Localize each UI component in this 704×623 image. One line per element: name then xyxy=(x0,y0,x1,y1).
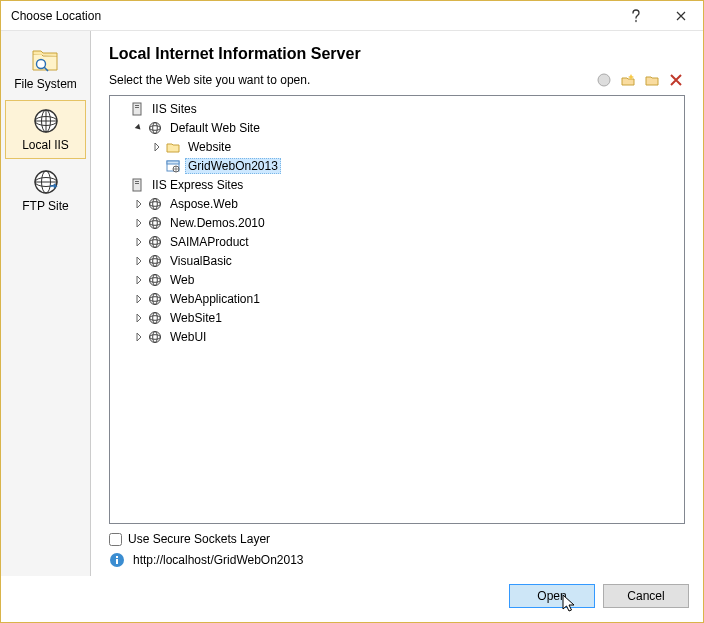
globe-icon xyxy=(147,310,163,326)
svg-point-26 xyxy=(150,236,161,247)
globe-icon xyxy=(147,329,163,345)
tree-node-label: WebUI xyxy=(167,329,209,345)
svg-point-7 xyxy=(598,74,610,86)
globe-icon xyxy=(147,215,163,231)
app-icon xyxy=(165,158,181,174)
close-button[interactable] xyxy=(658,1,703,31)
expander-icon[interactable] xyxy=(114,178,128,192)
tree-node-label: Default Web Site xyxy=(167,120,263,136)
help-icon xyxy=(631,9,641,23)
globe-icon xyxy=(147,291,163,307)
globe-icon xyxy=(147,272,163,288)
dialog-buttons: Open Cancel xyxy=(1,576,703,622)
svg-point-11 xyxy=(150,122,161,133)
sidebar-item-file-system[interactable]: File System xyxy=(5,39,86,98)
tree-node[interactable]: Aspose.Web xyxy=(110,194,684,213)
globe-icon xyxy=(147,234,163,250)
globe-big-icon xyxy=(32,107,60,135)
main-panel: Local Internet Information Server Select… xyxy=(91,31,703,576)
svg-rect-19 xyxy=(135,183,139,184)
delete-icon[interactable] xyxy=(667,71,685,89)
expander-icon[interactable] xyxy=(132,254,146,268)
tree-node[interactable]: IIS Express Sites xyxy=(110,175,684,194)
svg-point-35 xyxy=(150,293,161,304)
sidebar-item-label: Local IIS xyxy=(22,138,69,152)
expander-icon[interactable] xyxy=(114,102,128,116)
svg-point-29 xyxy=(150,255,161,266)
tree-node-label: WebSite1 xyxy=(167,310,225,326)
tree-node-label: GridWebOn2013 xyxy=(185,158,281,174)
tree-node[interactable]: SAIMAProduct xyxy=(110,232,684,251)
sidebar-item-label: File System xyxy=(14,77,77,91)
expander-icon[interactable] xyxy=(132,197,146,211)
ssl-checkbox[interactable] xyxy=(109,533,122,546)
tree-node-label: IIS Express Sites xyxy=(149,177,246,193)
svg-rect-17 xyxy=(133,179,141,191)
tree-node-label: Web xyxy=(167,272,197,288)
svg-point-20 xyxy=(150,198,161,209)
titlebar: Choose Location xyxy=(1,1,703,31)
svg-rect-10 xyxy=(135,107,139,108)
server-icon xyxy=(129,101,145,117)
svg-point-32 xyxy=(150,274,161,285)
page-title: Local Internet Information Server xyxy=(109,45,685,63)
folder-search-icon xyxy=(30,46,62,74)
sidebar-item-label: FTP Site xyxy=(22,199,68,213)
url-text: http://localhost/GridWebOn2013 xyxy=(133,553,304,567)
tree-node[interactable]: Website xyxy=(110,137,684,156)
tree-node[interactable]: WebSite1 xyxy=(110,308,684,327)
expander-icon[interactable] xyxy=(132,216,146,230)
toolbar xyxy=(595,71,685,89)
tree-node[interactable]: IIS Sites xyxy=(110,99,684,118)
new-web-app-icon[interactable] xyxy=(595,71,613,89)
tree-node[interactable]: Web xyxy=(110,270,684,289)
url-row: http://localhost/GridWebOn2013 xyxy=(109,552,685,568)
open-folder-icon[interactable] xyxy=(643,71,661,89)
tree-node-label: Website xyxy=(185,139,234,155)
tree-node[interactable]: Default Web Site xyxy=(110,118,684,137)
svg-rect-45 xyxy=(116,559,118,564)
sidebar: File System Local IIS FTP Site xyxy=(1,31,91,576)
svg-rect-8 xyxy=(133,103,141,115)
sidebar-item-local-iis[interactable]: Local IIS xyxy=(5,100,86,159)
globe-icon xyxy=(147,196,163,212)
tree-node-label: VisualBasic xyxy=(167,253,235,269)
expander-icon[interactable] xyxy=(132,330,146,344)
tree-node[interactable]: New.Demos.2010 xyxy=(110,213,684,232)
close-icon xyxy=(676,11,686,21)
svg-rect-15 xyxy=(167,161,179,164)
globe-icon xyxy=(147,253,163,269)
ssl-checkbox-row[interactable]: Use Secure Sockets Layer xyxy=(109,532,685,546)
help-button[interactable] xyxy=(613,1,658,31)
expander-icon[interactable] xyxy=(150,159,164,173)
svg-point-38 xyxy=(150,312,161,323)
ssl-label: Use Secure Sockets Layer xyxy=(128,532,270,546)
globe-icon xyxy=(147,120,163,136)
tree-node-label: IIS Sites xyxy=(149,101,200,117)
folder-icon xyxy=(165,139,181,155)
expander-icon[interactable] xyxy=(132,273,146,287)
new-virtual-dir-icon[interactable] xyxy=(619,71,637,89)
tree-node[interactable]: WebApplication1 xyxy=(110,289,684,308)
tree-node[interactable]: WebUI xyxy=(110,327,684,346)
expander-icon[interactable] xyxy=(150,140,164,154)
tree-node-label: SAIMAProduct xyxy=(167,234,252,250)
tree-node[interactable]: VisualBasic xyxy=(110,251,684,270)
sidebar-item-ftp-site[interactable]: FTP Site xyxy=(5,161,86,220)
expander-icon[interactable] xyxy=(132,235,146,249)
svg-rect-9 xyxy=(135,105,139,106)
tree-node-label: New.Demos.2010 xyxy=(167,215,268,231)
tree-node-label: WebApplication1 xyxy=(167,291,263,307)
tree-node-label: Aspose.Web xyxy=(167,196,241,212)
site-tree[interactable]: IIS SitesDefault Web SiteWebsiteGridWebO… xyxy=(109,95,685,524)
expander-icon[interactable] xyxy=(132,121,146,135)
svg-point-23 xyxy=(150,217,161,228)
tree-node[interactable]: GridWebOn2013 xyxy=(110,156,684,175)
page-subtitle: Select the Web site you want to open. xyxy=(109,73,595,87)
expander-icon[interactable] xyxy=(132,311,146,325)
cancel-button[interactable]: Cancel xyxy=(603,584,689,608)
expander-icon[interactable] xyxy=(132,292,146,306)
open-button[interactable]: Open xyxy=(509,584,595,608)
globe-ftp-icon xyxy=(32,168,60,196)
svg-point-41 xyxy=(150,331,161,342)
